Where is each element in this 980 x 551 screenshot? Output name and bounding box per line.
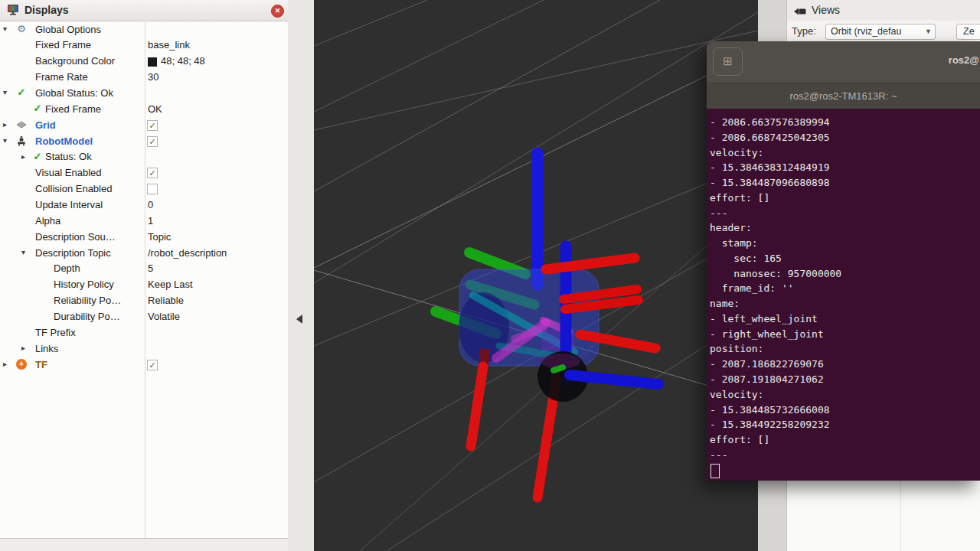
property-value[interactable]: 5 [148, 262, 153, 274]
collapse-panel-icon[interactable] [296, 315, 302, 324]
property-value[interactable]: Volatile [148, 311, 180, 322]
terminal-line: effort: [] [710, 432, 980, 448]
expanded-arrow-icon[interactable]: ▾ [21, 248, 25, 256]
property-label: Global Status: Ok [35, 87, 113, 99]
checkbox-checked[interactable]: ✓ [147, 120, 158, 131]
property-label: Reliability Po… [54, 295, 121, 306]
property-label: Links [35, 343, 58, 354]
display-row[interactable]: Frame Rate30 [0, 70, 288, 86]
display-row[interactable]: Durability Po…Volatile [0, 308, 288, 324]
display-row[interactable]: ▾⚙Global Options [0, 21, 288, 37]
terminal-lines: - 2086.6637576389994- 2086.6687425042305… [710, 115, 980, 463]
3d-viewport-canvas[interactable] [314, 0, 758, 551]
property-label: Frame Rate [35, 71, 88, 83]
zero-button[interactable]: Ze [956, 24, 980, 40]
display-row[interactable]: ▸Grid✓ [0, 117, 288, 133]
property-value[interactable]: base_link [148, 39, 190, 51]
terminal-line: nanosec: 957000000 [710, 266, 980, 282]
terminal-titlebar[interactable]: ⊞ ros2@ [707, 41, 980, 83]
property-label: Alpha [35, 215, 60, 227]
checkbox-checked[interactable]: ✓ [147, 136, 158, 147]
chevron-down-icon: ▼ [925, 24, 932, 39]
display-row[interactable]: Depth5 [0, 261, 288, 277]
terminal-window[interactable]: ⊞ ros2@ ros2@ros2-TM1613R: ~ - 2086.6637… [707, 41, 980, 481]
display-row[interactable]: ▾Description Topic/robot_description [0, 245, 288, 261]
terminal-line: - left_wheel_joint [710, 311, 980, 327]
display-row[interactable]: Update Interval0 [0, 197, 288, 213]
display-row[interactable]: ▸Links [0, 341, 288, 357]
checkbox-checked[interactable]: ✓ [147, 168, 158, 178]
grid-icon [16, 119, 27, 130]
expanded-arrow-icon[interactable]: ▾ [3, 136, 7, 145]
panel-splitter[interactable] [288, 0, 314, 551]
terminal-line: - 2086.6637576389994 [710, 115, 980, 130]
property-value[interactable]: Reliable [148, 295, 184, 306]
column-separator[interactable] [145, 21, 145, 538]
display-row[interactable]: Reliability Po…Reliable [0, 293, 288, 309]
property-value[interactable]: Topic [148, 231, 171, 243]
display-row[interactable]: ▾RobotModel✓ [0, 133, 288, 149]
property-value[interactable]: /robot_description [148, 247, 227, 259]
collapsed-arrow-icon[interactable]: ▸ [21, 152, 25, 161]
terminal-line: frame_id: '' [710, 281, 980, 296]
check-icon: ✓ [16, 87, 27, 98]
checkbox-unchecked[interactable] [147, 184, 158, 194]
check-icon: ✓ [32, 152, 43, 162]
display-row[interactable]: TF Prefix [0, 324, 288, 341]
3d-viewport[interactable] [314, 0, 758, 551]
property-label: Fixed Frame [45, 103, 101, 115]
close-icon[interactable]: ✕ [271, 5, 284, 18]
collapsed-arrow-icon[interactable]: ▸ [3, 360, 7, 368]
property-value[interactable]: 1 [148, 215, 153, 227]
display-row[interactable]: ▸✓Status: Ok [0, 149, 288, 165]
property-label: Fixed Frame [35, 39, 91, 51]
terminal-tabbar[interactable]: ros2@ros2-TM1613R: ~ [707, 83, 980, 109]
display-row[interactable]: Visual Enabled✓ [0, 165, 288, 181]
display-row[interactable]: Background Color48; 48; 48 [0, 54, 288, 70]
display-row[interactable]: ▾✓Global Status: Ok [0, 85, 288, 101]
terminal-line: - right_wheel_joint [710, 327, 980, 342]
terminal-line: - 2087.186822769076 [710, 357, 980, 372]
property-label: Global Options [35, 24, 101, 35]
property-label: Collision Enabled [35, 183, 112, 194]
display-row[interactable]: ▸+TF✓ [0, 357, 288, 373]
property-value[interactable]: 48; 48; 48 [161, 55, 205, 67]
property-label: Background Color [35, 55, 115, 67]
displays-panel-header[interactable]: Displays ✕ [0, 0, 288, 21]
views-panel-header[interactable]: Views [787, 0, 980, 21]
property-value[interactable]: 0 [148, 199, 153, 210]
property-value[interactable]: Keep Last [148, 279, 193, 290]
terminal-line: effort: [] [710, 191, 980, 206]
display-row[interactable]: Collision Enabled [0, 181, 288, 197]
rviz-window: Displays ✕ ▾⚙Global OptionsFixed Frameba… [0, 0, 980, 551]
terminal-cursor [710, 464, 720, 478]
display-row[interactable]: History PolicyKeep Last [0, 277, 288, 293]
terminal-output[interactable]: - 2086.6637576389994- 2086.6687425042305… [707, 109, 980, 481]
terminal-line: - 2087.191804271062 [710, 372, 980, 387]
panel-bottom-strip [0, 539, 288, 551]
property-label: Grid [35, 119, 56, 131]
property-label: Visual Enabled [35, 167, 102, 178]
checkbox-checked[interactable]: ✓ [147, 360, 158, 370]
property-label: TF [35, 359, 47, 370]
property-label: Durability Po… [54, 311, 120, 322]
property-value[interactable]: OK [148, 103, 162, 115]
gear-icon: ⚙ [16, 24, 27, 34]
property-label: TF Prefix [35, 327, 76, 338]
expanded-arrow-icon[interactable]: ▾ [3, 24, 7, 33]
new-tab-button[interactable]: ⊞ [713, 47, 743, 76]
view-type-dropdown[interactable]: Orbit (rviz_defau ▼ [825, 24, 936, 40]
display-row[interactable]: Fixed Framebase_link [0, 37, 288, 54]
terminal-line: - 15.384487096680898 [710, 175, 980, 191]
collapsed-arrow-icon[interactable]: ▸ [21, 344, 25, 352]
display-row[interactable]: ✓Fixed FrameOK [0, 101, 288, 117]
display-row[interactable]: Alpha1 [0, 213, 288, 229]
panel-title: Displays [24, 4, 69, 16]
expanded-arrow-icon[interactable]: ▾ [3, 88, 7, 96]
displays-panel-icon [7, 4, 19, 19]
terminal-tab-title[interactable]: ros2@ros2-TM1613R: ~ [790, 90, 897, 102]
collapsed-arrow-icon[interactable]: ▸ [3, 120, 7, 129]
display-row[interactable]: Description Sou…Topic [0, 229, 288, 245]
views-panel-icon [793, 5, 807, 19]
property-value[interactable]: 30 [148, 71, 158, 83]
